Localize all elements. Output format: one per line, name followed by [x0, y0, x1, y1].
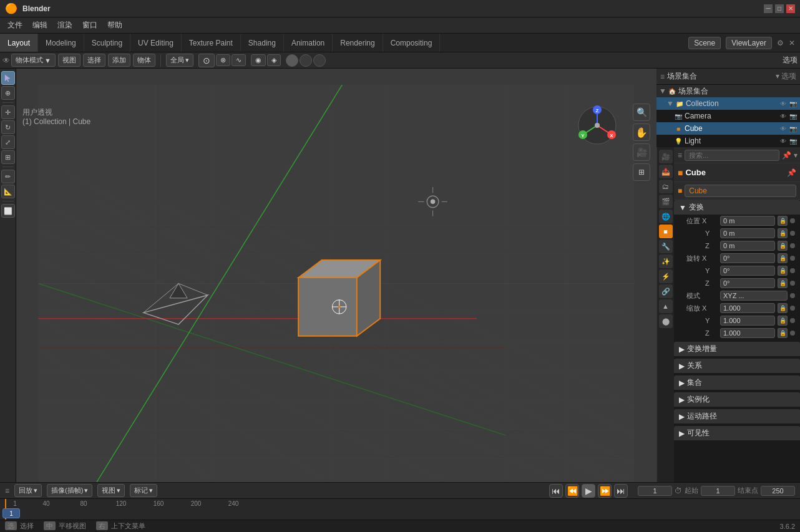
- position-z-field[interactable]: 0 m: [720, 241, 775, 251]
- playback-selector[interactable]: 回放▾: [14, 484, 42, 497]
- collection-viewport-toggle[interactable]: 👁: [779, 100, 788, 107]
- last-frame-button[interactable]: ⏭: [614, 484, 628, 498]
- rotation-z-field[interactable]: 0°: [720, 278, 775, 288]
- scale-y-field[interactable]: 1.000: [720, 316, 775, 326]
- marker-selector[interactable]: 标记▾: [130, 484, 157, 497]
- scale-tool[interactable]: ⤢: [1, 135, 15, 149]
- viewport-gizmo[interactable]: Z X Y: [575, 104, 619, 147]
- prev-frame-button[interactable]: ⏪: [565, 484, 579, 498]
- outliner-row-light[interactable]: 💡 Light 👁 📷: [656, 135, 800, 147]
- props-tab-output[interactable]: 📤: [659, 165, 673, 178]
- timeline-content[interactable]: 1 40 80 120 160 200 240 1: [0, 499, 800, 520]
- cursor-tool[interactable]: ⊕: [1, 86, 15, 100]
- tab-animation[interactable]: Animation: [284, 34, 333, 52]
- rotation-x-field[interactable]: 0°: [720, 253, 775, 263]
- select-menu[interactable]: 选择: [83, 54, 105, 67]
- play-button[interactable]: ▶: [582, 484, 595, 498]
- overlay-toggle[interactable]: ◉: [251, 54, 266, 66]
- next-frame-button[interactable]: ⏩: [598, 484, 612, 498]
- first-frame-button[interactable]: ⏮: [549, 484, 563, 498]
- tab-uv-editing[interactable]: UV Editing: [130, 34, 182, 52]
- props-tab-world[interactable]: 🌐: [659, 210, 673, 223]
- props-tab-view-layer[interactable]: 🗂: [659, 180, 673, 193]
- menu-render[interactable]: 渲染: [52, 19, 77, 32]
- snap-toggle[interactable]: ⊙: [198, 54, 215, 67]
- maximize-button[interactable]: □: [775, 4, 784, 13]
- position-x-field[interactable]: 0 m: [720, 216, 775, 226]
- cube-viewport-toggle[interactable]: 👁: [779, 125, 788, 132]
- minimize-button[interactable]: ─: [764, 4, 773, 13]
- outliner-row-camera[interactable]: 📷 Camera 👁 📷: [656, 110, 800, 122]
- view-selector[interactable]: 视图▾: [97, 484, 125, 497]
- rotation-z-lock[interactable]: 🔒: [778, 278, 788, 288]
- tab-shading[interactable]: Shading: [241, 34, 284, 52]
- position-y-lock[interactable]: 🔒: [778, 228, 788, 238]
- menu-help[interactable]: 帮助: [102, 19, 127, 32]
- motion-path-header[interactable]: ▶ 运动路径: [674, 409, 800, 423]
- position-z-lock[interactable]: 🔒: [778, 241, 788, 251]
- props-tab-material[interactable]: ⬤: [659, 314, 673, 328]
- camera-view-button[interactable]: 🎥: [633, 143, 650, 161]
- outliner-row-scene-collection[interactable]: ▼ 🏠 场景集合: [656, 85, 800, 97]
- props-tab-scene[interactable]: 🎬: [659, 195, 673, 208]
- props-tab-render[interactable]: 🎥: [659, 150, 673, 163]
- props-tab-object[interactable]: ■: [659, 225, 673, 238]
- props-tab-particles[interactable]: ✨: [659, 254, 673, 268]
- delta-transform-header[interactable]: ▶ 变换增量: [674, 342, 800, 356]
- close-button[interactable]: ✕: [786, 4, 795, 13]
- frame-indicator-box[interactable]: 1: [2, 508, 20, 518]
- scale-z-lock[interactable]: 🔒: [778, 328, 788, 338]
- props-expand-icon[interactable]: ▾: [794, 151, 798, 160]
- scale-x-lock[interactable]: 🔒: [778, 303, 788, 313]
- start-frame-field[interactable]: 1: [701, 486, 735, 496]
- select-tool[interactable]: [1, 71, 15, 85]
- viewport-shading-rendered[interactable]: [313, 54, 326, 67]
- collection-render-toggle[interactable]: 📷: [789, 100, 798, 107]
- outliner-row-collection[interactable]: ▼ 📁 Collection 👁 📷: [656, 97, 800, 110]
- scale-z-field[interactable]: 1.000: [720, 328, 775, 338]
- transform-section-header[interactable]: ▼ 变换: [674, 200, 800, 215]
- add-menu[interactable]: 添加: [108, 54, 130, 67]
- view-menu[interactable]: 视图: [58, 54, 80, 67]
- workspace-settings-icon[interactable]: ⚙: [777, 39, 784, 47]
- viewport-shading-solid[interactable]: [286, 54, 298, 67]
- camera-viewport-toggle[interactable]: 👁: [779, 113, 788, 120]
- xray-toggle[interactable]: ◈: [267, 54, 281, 66]
- annotate-tool[interactable]: ✏: [1, 170, 15, 183]
- visibility-header[interactable]: ▶ 可见性: [674, 426, 800, 440]
- menu-edit[interactable]: 编辑: [27, 19, 52, 32]
- object-name-field[interactable]: Cube: [685, 185, 796, 197]
- proportional-edit[interactable]: ⊗: [216, 54, 230, 66]
- viewlayer-selector[interactable]: ViewLayer: [726, 37, 772, 49]
- scale-y-lock[interactable]: 🔒: [778, 316, 788, 326]
- scene-selector[interactable]: Scene: [688, 37, 721, 49]
- tab-layout[interactable]: Layout: [0, 34, 38, 52]
- menu-window[interactable]: 窗口: [77, 19, 102, 32]
- move-tool[interactable]: ✛: [1, 105, 15, 119]
- relations-header[interactable]: ▶ 关系: [674, 359, 800, 373]
- props-search[interactable]: [685, 150, 779, 161]
- props-tab-data[interactable]: ▲: [659, 299, 673, 313]
- quad-view-button[interactable]: ⊞: [633, 163, 650, 181]
- collections-header[interactable]: ▶ 集合: [674, 375, 800, 390]
- rotation-y-lock[interactable]: 🔒: [778, 266, 788, 276]
- position-x-lock[interactable]: 🔒: [778, 216, 788, 226]
- outliner-options-button[interactable]: ▾ 选项: [776, 71, 796, 82]
- transform-tool[interactable]: ⊞: [1, 150, 15, 164]
- zoom-in-button[interactable]: 🔍: [633, 104, 650, 121]
- props-tab-modifier[interactable]: 🔧: [659, 239, 673, 253]
- measure-tool[interactable]: 📐: [1, 185, 15, 198]
- viewport-shading-selector[interactable]: 全局▾: [166, 54, 193, 67]
- tab-modeling[interactable]: Modeling: [38, 34, 84, 52]
- tab-sculpting[interactable]: Sculpting: [84, 34, 130, 52]
- viewport-3d[interactable]: 用户透视 (1) Collection | Cube Z X: [16, 69, 656, 482]
- cube-render-toggle[interactable]: 📷: [789, 125, 798, 132]
- props-tab-constraints[interactable]: 🔗: [659, 284, 673, 298]
- rotation-mode-field[interactable]: XYZ ...: [720, 291, 788, 301]
- props-menu-icon[interactable]: ≡: [678, 151, 682, 160]
- menu-file[interactable]: 文件: [2, 19, 27, 32]
- outliner-row-cube[interactable]: ■ Cube 👁 📷: [656, 122, 800, 135]
- timeline-menu-icon[interactable]: ≡: [5, 486, 9, 495]
- tab-compositing[interactable]: Compositing: [383, 34, 441, 52]
- snap-settings[interactable]: ∿: [232, 54, 246, 66]
